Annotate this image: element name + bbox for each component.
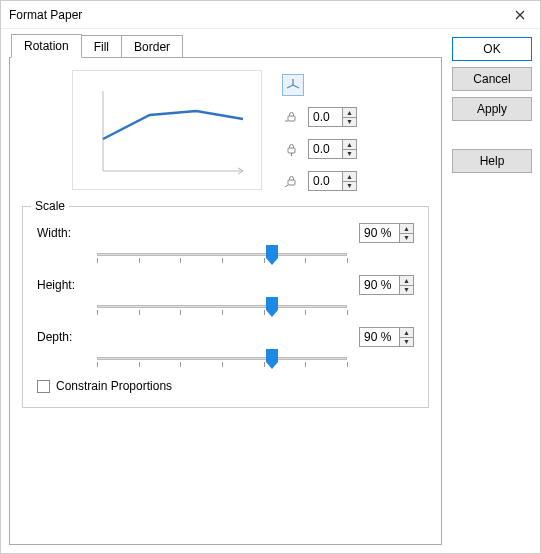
scale-depth-down[interactable]: ▼ [400,337,413,347]
scale-width-row: Width: ▲▼ [37,223,414,243]
dialog-window: Format Paper Rotation Fill Border [0,0,541,554]
axis-z-up[interactable]: ▲ [343,172,356,181]
svg-rect-6 [288,116,295,121]
preview-chart [72,70,262,190]
scale-height-up[interactable]: ▲ [400,276,413,285]
scale-width-input[interactable] [359,223,399,243]
rotation-upper: ▲▼ ▲▼ [22,70,429,192]
axis-y-spin[interactable]: ▲▼ [308,139,357,159]
cancel-button[interactable]: Cancel [452,67,532,91]
constrain-checkbox[interactable] [37,380,50,393]
close-icon [515,10,525,20]
svg-line-5 [287,85,293,88]
tab-border[interactable]: Border [121,35,183,58]
scale-height-slider[interactable] [97,299,347,319]
scale-width-up[interactable]: ▲ [400,224,413,233]
scale-depth-slider[interactable] [97,351,347,371]
axis-z-spin[interactable]: ▲▼ [308,171,357,191]
scale-depth-label: Depth: [37,330,97,344]
scale-width-spin[interactable]: ▲▼ [359,223,414,243]
tabpanel-rotation: ▲▼ ▲▼ [9,57,442,545]
preview-svg [73,71,261,189]
axis-z-row: ▲▼ [282,170,357,192]
apply-button[interactable]: Apply [452,97,532,121]
axis-x-input[interactable] [308,107,342,127]
axis-controls: ▲▼ ▲▼ [282,74,357,192]
scale-legend: Scale [31,199,69,213]
lock-y-icon [282,140,300,158]
scale-width-label: Width: [37,226,97,240]
scale-height-label: Height: [37,278,97,292]
scale-fieldset: Scale Width: ▲▼ Height: ▲▼ [22,206,429,408]
axis-x-up[interactable]: ▲ [343,108,356,117]
scale-height-row: Height: ▲▼ [37,275,414,295]
axis-y-row: ▲▼ [282,138,357,160]
scale-depth-up[interactable]: ▲ [400,328,413,337]
axis-y-down[interactable]: ▼ [343,149,356,159]
axes-3d-icon [282,74,304,96]
axis-z-input[interactable] [308,171,342,191]
axis-x-row: ▲▼ [282,106,357,128]
scale-depth-spin[interactable]: ▲▼ [359,327,414,347]
constrain-row[interactable]: Constrain Proportions [37,379,414,393]
tabstrip: Rotation Fill Border [11,33,442,57]
tab-rotation[interactable]: Rotation [11,34,82,58]
constrain-label: Constrain Proportions [56,379,172,393]
titlebar: Format Paper [1,1,540,29]
lock-z-icon [282,172,300,190]
axis-x-spin[interactable]: ▲▼ [308,107,357,127]
svg-line-4 [293,85,299,88]
scale-height-input[interactable] [359,275,399,295]
lock-x-icon [282,108,300,126]
scale-height-spin[interactable]: ▲▼ [359,275,414,295]
axis-x-down[interactable]: ▼ [343,117,356,127]
dialog-body: Rotation Fill Border [1,29,540,553]
help-button[interactable]: Help [452,149,532,173]
svg-line-11 [285,185,288,187]
scale-depth-row: Depth: ▲▼ [37,327,414,347]
close-button[interactable] [500,1,540,29]
ok-button[interactable]: OK [452,37,532,61]
scale-depth-input[interactable] [359,327,399,347]
axis-orient-button[interactable] [282,74,357,96]
scale-width-down[interactable]: ▼ [400,233,413,243]
scale-height-down[interactable]: ▼ [400,285,413,295]
svg-rect-10 [288,180,295,185]
tab-fill[interactable]: Fill [81,35,122,58]
scale-width-slider[interactable] [97,247,347,267]
svg-rect-8 [288,148,295,153]
main-panel: Rotation Fill Border [9,33,442,545]
axis-z-down[interactable]: ▼ [343,181,356,191]
axis-y-input[interactable] [308,139,342,159]
axis-y-up[interactable]: ▲ [343,140,356,149]
window-title: Format Paper [9,8,500,22]
button-column: OK Cancel Apply Help [442,33,532,545]
